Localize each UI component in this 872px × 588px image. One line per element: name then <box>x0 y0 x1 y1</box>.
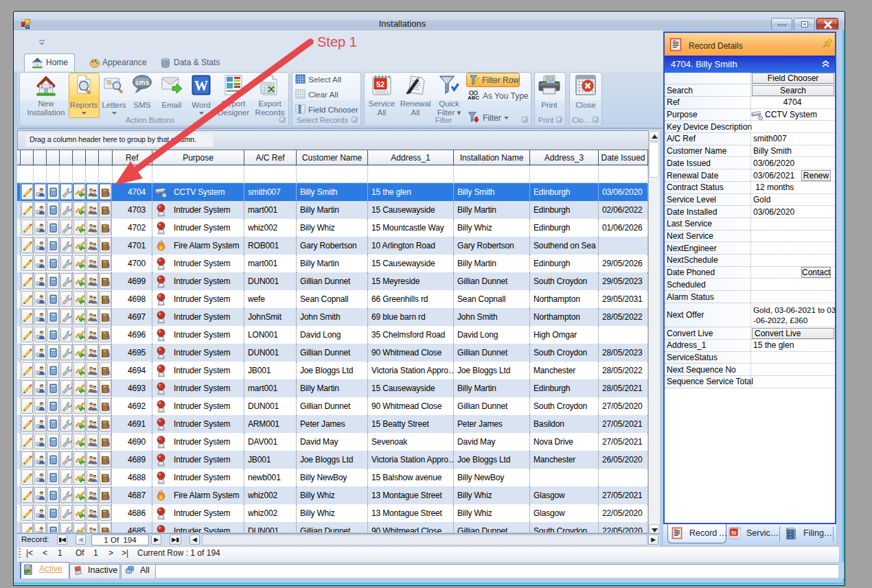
svg-text:W: W <box>194 78 208 93</box>
svg-text:52: 52 <box>376 80 385 89</box>
svg-text:sms: sms <box>135 78 149 86</box>
svg-text:52: 52 <box>731 530 737 535</box>
svg-text:ABC: ABC <box>468 95 479 101</box>
